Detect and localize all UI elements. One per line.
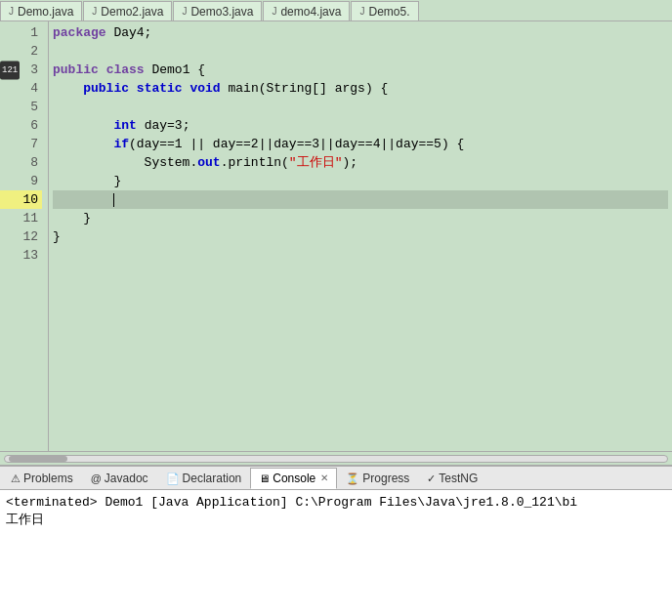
gutter-line-13: 13: [0, 246, 42, 265]
code-line-10: [53, 190, 668, 209]
scrollbar-track[interactable]: [4, 455, 668, 463]
editor-area: 1 2 121 3 4 5 6 7 8 9 10 11: [0, 21, 672, 451]
tab-label: demo4.java: [280, 5, 341, 19]
tab-label: Progress: [362, 472, 409, 485]
code-line-4: public static void main(String[] args) {: [53, 79, 668, 98]
problems-icon: ⚠: [11, 472, 21, 485]
scrollbar-thumb[interactable]: [9, 456, 67, 462]
code-editor[interactable]: package Day4; public class Demo1 { publi…: [49, 21, 672, 451]
java-file-icon: J: [9, 6, 14, 17]
code-line-3: public class Demo1 {: [53, 61, 668, 79]
testng-icon: ✓: [427, 472, 436, 485]
gutter-line-8: 8: [0, 153, 42, 172]
line-number: 9: [30, 172, 38, 190]
tab-label: Demo2.java: [101, 5, 163, 19]
line-number: 10: [22, 190, 38, 209]
java-file-icon: J: [272, 6, 276, 17]
line-number: 11: [22, 209, 38, 227]
console-line-2: 工作日: [6, 512, 666, 529]
tab-demo4-java[interactable]: J demo4.java: [263, 1, 350, 21]
javadoc-icon: @: [91, 472, 102, 484]
line-number-gutter: 1 2 121 3 4 5 6 7 8 9 10 11: [0, 21, 49, 451]
code-line-8: System.out.println("工作日");: [53, 153, 668, 172]
gutter-line-6: 6: [0, 116, 42, 135]
tab-declaration[interactable]: 📄 Declaration: [157, 468, 251, 489]
gutter-line-12: 12: [0, 227, 42, 246]
code-line-13: [53, 246, 668, 265]
tab-demo3-java[interactable]: J Demo3.java: [173, 1, 262, 21]
code-line-2: [53, 42, 668, 61]
gutter-line-3: 121 3: [0, 61, 42, 79]
tab-label: Problems: [23, 472, 73, 485]
bottom-tab-bar: ⚠ Problems @ Javadoc 📄 Declaration 🖥 Con…: [0, 467, 672, 490]
java-file-icon: J: [182, 6, 187, 17]
console-line-1: <terminated> Demo1 [Java Application] C:…: [6, 494, 666, 512]
line-number: 12: [22, 227, 38, 246]
gutter-line-1: 1: [0, 23, 42, 42]
code-line-9: }: [53, 172, 668, 190]
code-line-7: if(day==1 || day==2||day==3||day==4||day…: [53, 135, 668, 153]
tab-demo5-java[interactable]: J Demo5.: [351, 1, 418, 21]
tab-demo1-java[interactable]: J Demo.java: [0, 1, 82, 21]
tab-testng[interactable]: ✓ TestNG: [418, 468, 486, 489]
line-number: 6: [30, 116, 38, 135]
progress-icon: ⏳: [346, 472, 359, 485]
gutter-line-2: 2: [0, 42, 42, 61]
tab-label: Declaration: [183, 472, 242, 485]
console-icon: 🖥: [259, 472, 270, 484]
line-number: 13: [22, 246, 38, 265]
tab-demo2-java[interactable]: J Demo2.java: [83, 1, 172, 21]
code-line-6: int day=3;: [53, 116, 668, 135]
gutter-line-5: 5: [0, 98, 42, 116]
gutter-line-9: 9: [0, 172, 42, 190]
gutter-line-4: 4: [0, 79, 42, 98]
file-tab-bar: J Demo.java J Demo2.java J Demo3.java J …: [0, 0, 672, 21]
tab-label: Demo.java: [18, 5, 73, 19]
gutter-line-10: 10: [0, 190, 42, 209]
breakpoint-badge: 121: [0, 61, 20, 79]
tab-javadoc[interactable]: @ Javadoc: [82, 468, 157, 489]
code-line-5: [53, 98, 668, 116]
line-number: 5: [30, 98, 38, 116]
java-file-icon: J: [92, 6, 97, 17]
tab-label: Console: [273, 472, 315, 485]
java-file-icon: J: [359, 6, 364, 17]
declaration-icon: 📄: [166, 472, 180, 485]
tab-label: TestNG: [439, 472, 478, 485]
console-tab-close[interactable]: ✕: [320, 472, 328, 483]
line-number: 8: [30, 153, 38, 172]
line-number: 3: [30, 61, 38, 79]
tab-progress[interactable]: ⏳ Progress: [337, 468, 418, 489]
code-line-12: }: [53, 227, 668, 246]
tab-label: Demo5.: [368, 5, 409, 19]
console-output: <terminated> Demo1 [Java Application] C:…: [0, 490, 672, 616]
bottom-panel: ⚠ Problems @ Javadoc 📄 Declaration 🖥 Con…: [0, 465, 672, 616]
line-number: 1: [30, 23, 38, 42]
code-line-1: package Day4;: [53, 23, 668, 42]
line-number: 7: [30, 135, 38, 153]
line-number: 4: [30, 79, 38, 98]
gutter-line-11: 11: [0, 209, 42, 227]
line-number: 2: [30, 42, 38, 61]
tab-label: Demo3.java: [190, 5, 253, 19]
tab-label: Javadoc: [105, 472, 148, 485]
tab-problems[interactable]: ⚠ Problems: [2, 468, 82, 489]
tab-console[interactable]: 🖥 Console ✕: [250, 468, 337, 489]
gutter-line-7: 7: [0, 135, 42, 153]
editor-horizontal-scrollbar[interactable]: [0, 451, 672, 465]
code-line-11: }: [53, 209, 668, 227]
